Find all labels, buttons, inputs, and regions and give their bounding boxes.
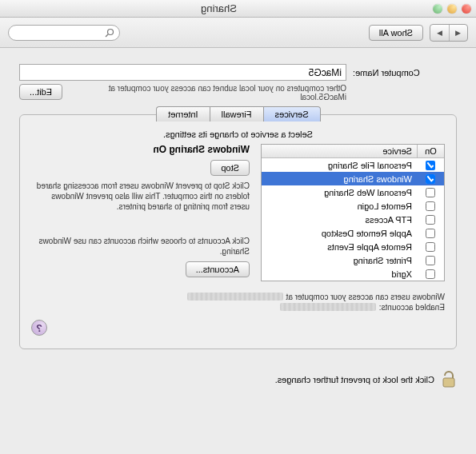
service-name: Printer Sharing [262,256,417,265]
back-button[interactable]: ◀ [449,25,467,41]
detail-title: Windows Sharing On [31,144,250,155]
svg-point-0 [108,29,114,34]
footer-accounts: Enabled accounts: [379,303,445,312]
svg-line-1 [106,34,108,37]
services-table: On Service Personal File SharingWindows … [261,144,445,281]
card-hint: Select a service to change its settings. [31,129,445,139]
search-icon [105,28,114,38]
services-card: Services Firewall Internet Select a serv… [19,114,457,349]
service-checkbox[interactable] [426,215,435,225]
service-checkbox[interactable] [426,188,435,197]
toolbar: ◀ ▶ Show All [0,18,476,48]
close-button[interactable] [462,4,471,14]
service-name: Windows Sharing [262,174,417,184]
blurred-address [187,293,283,301]
svg-rect-2 [443,378,454,387]
service-checkbox[interactable] [426,269,435,279]
service-name: Personal Web Sharing [262,188,417,197]
table-header: On Service [262,145,444,158]
computer-name-label: Computer Name: [353,68,457,78]
service-name: Personal File Sharing [262,161,417,170]
service-checkbox[interactable] [426,201,435,211]
service-checkbox[interactable] [426,256,435,265]
detail-desc: Click Stop to prevent Windows users from… [31,181,250,212]
search-input[interactable] [8,25,120,41]
service-checkbox[interactable] [426,174,435,184]
footer-access: Windows users can access your computer a… [286,293,445,301]
table-row[interactable]: Windows Sharing [262,172,444,185]
header-on: On [417,145,444,157]
show-all-button[interactable]: Show All [369,25,423,41]
tab-services[interactable]: Services [263,106,321,121]
blurred-accounts [280,303,376,311]
lock-text: Click the lock to prevent further change… [275,375,434,384]
service-name: Remote Apple Events [262,242,417,252]
table-row[interactable]: Personal Web Sharing [262,185,444,199]
minimize-button[interactable] [447,4,457,14]
edit-button[interactable]: Edit... [19,84,62,100]
tab-firewall[interactable]: Firewall [210,106,264,121]
tabs: Services Firewall Internet [31,106,445,121]
table-row[interactable]: FTP Access [262,213,444,226]
tab-internet[interactable]: Internet [156,106,210,121]
computer-name-helper: Other computers on your local subnet can… [62,84,346,102]
table-row[interactable]: Xgrid [262,267,444,281]
stop-button[interactable]: Stop [210,160,250,176]
table-row[interactable]: Remote Login [262,199,444,213]
table-row[interactable]: Remote Apple Events [262,240,444,253]
service-detail: Windows Sharing On Stop Click Stop to pr… [31,144,250,281]
service-checkbox[interactable] [426,242,435,252]
help-button[interactable]: ? [31,320,47,336]
lock-icon[interactable] [441,370,457,389]
service-checkbox[interactable] [426,161,435,170]
window-controls [433,4,471,14]
service-name: Apple Remote Desktop [262,229,417,238]
table-row[interactable]: Personal File Sharing [262,158,444,172]
zoom-button[interactable] [433,4,442,14]
computer-name-field[interactable] [19,64,346,81]
titlebar: Sharing [0,0,476,18]
table-row[interactable]: Printer Sharing [262,253,444,267]
service-name: Remote Login [262,201,417,211]
service-name: FTP Access [262,215,417,225]
window-title: Sharing [5,2,433,14]
service-name: Xgrid [262,269,417,279]
arrow-right-icon: ▶ [437,29,442,37]
service-checkbox[interactable] [426,229,435,238]
table-row[interactable]: Apple Remote Desktop [262,226,444,240]
forward-button[interactable]: ▶ [430,25,449,41]
accounts-desc: Click Accounts to choose which accounts … [31,236,250,257]
header-service: Service [262,145,417,157]
arrow-left-icon: ◀ [456,29,462,37]
accounts-button[interactable]: Accounts... [186,261,250,277]
nav-buttons: ◀ ▶ [430,24,468,42]
